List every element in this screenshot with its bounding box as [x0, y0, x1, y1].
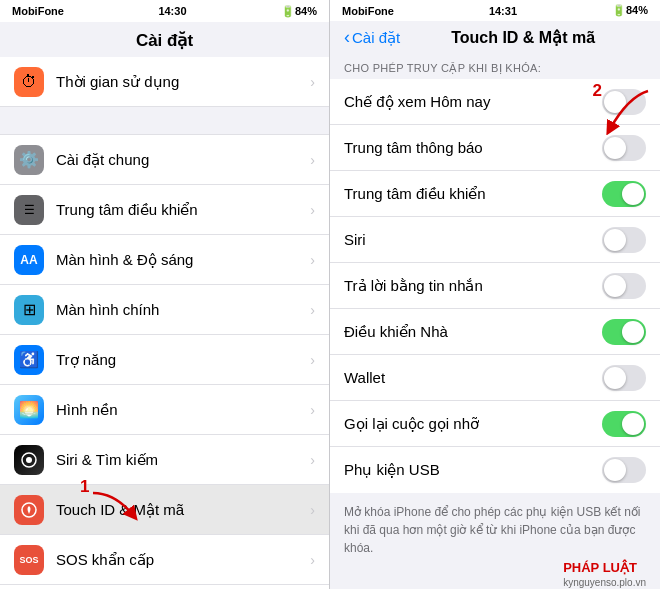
brand-sub: kynguyenso.plo.vn — [563, 575, 646, 589]
home-label: Điều khiển Nhà — [344, 323, 602, 341]
right-item-reply[interactable]: Trả lời bằng tin nhắn — [330, 263, 660, 309]
reply-label: Trả lời bằng tin nhắn — [344, 277, 602, 295]
recall-label: Gọi lại cuộc gọi nhỡ — [344, 415, 602, 433]
back-button[interactable]: ‹ Cài đặt — [344, 27, 400, 48]
toggle-knob — [604, 367, 626, 389]
reply-toggle[interactable] — [602, 273, 646, 299]
general-icon: ⚙️ — [14, 145, 44, 175]
sidebar-item-touchid[interactable]: Touch ID & Mật mã › 1 — [0, 485, 329, 535]
sidebar-item-exposure[interactable]: 📡 Thông báo tiếp xúc › — [0, 585, 329, 589]
control-toggle[interactable] — [602, 181, 646, 207]
accessibility-icon: ♿ — [14, 345, 44, 375]
right-title: Touch ID & Mật mã — [400, 28, 646, 47]
usb-label: Phụ kiện USB — [344, 461, 602, 479]
recall-toggle[interactable] — [602, 411, 646, 437]
left-list: ⏱ Thời gian sử dụng › ⚙️ Cài đặt chung ›… — [0, 57, 329, 589]
chevron-icon: › — [310, 502, 315, 518]
back-chevron-icon: ‹ — [344, 27, 350, 48]
toggle-knob — [604, 459, 626, 481]
right-item-usb[interactable]: Phụ kiện USB — [330, 447, 660, 493]
right-item-recall[interactable]: Gọi lại cuộc gọi nhỡ — [330, 401, 660, 447]
usb-toggle[interactable] — [602, 457, 646, 483]
home-toggle[interactable] — [602, 319, 646, 345]
control-label: Trung tâm điều khiển — [56, 201, 310, 219]
section-header: CHO PHÉP TRUY CẬP KHI BỊ KHÓA: — [330, 54, 660, 79]
chevron-icon: › — [310, 452, 315, 468]
toggle-knob — [622, 413, 644, 435]
chevron-icon: › — [310, 302, 315, 318]
chevron-icon: › — [310, 402, 315, 418]
sidebar-item-home-screen[interactable]: ⊞ Màn hình chính › — [0, 285, 329, 335]
right-list: Chế độ xem Hôm nay Trung tâm thông báo 2… — [330, 79, 660, 493]
sidebar-item-sos[interactable]: SOS SOS khẩn cấp › — [0, 535, 329, 585]
siri-icon — [14, 445, 44, 475]
toggle-knob — [604, 137, 626, 159]
accessibility-label: Trợ năng — [56, 351, 310, 369]
touchid-icon — [14, 495, 44, 525]
sidebar-item-screen-time[interactable]: ⏱ Thời gian sử dụng › — [0, 57, 329, 107]
right-item-today[interactable]: Chế độ xem Hôm nay — [330, 79, 660, 125]
left-battery: 🔋84% — [281, 5, 317, 18]
right-status-bar: MobiFone 14:31 🔋84% — [330, 0, 660, 21]
left-status-bar: MobiFone 14:30 🔋84% — [0, 0, 329, 22]
home-screen-label: Màn hình chính — [56, 301, 310, 318]
wallet-toggle[interactable] — [602, 365, 646, 391]
right-panel: MobiFone 14:31 🔋84% ‹ Cài đặt Touch ID &… — [330, 0, 660, 589]
right-time: 14:31 — [489, 5, 517, 17]
wallet-label: Wallet — [344, 369, 602, 386]
note-text: Mở khóa iPhone để cho phép các phụ kiện … — [344, 505, 640, 555]
brand-name: PHÁP LUẬT — [563, 561, 646, 575]
sos-label: SOS khẩn cấp — [56, 551, 310, 569]
today-label: Chế độ xem Hôm nay — [344, 93, 602, 111]
right-item-control[interactable]: Trung tâm điều khiển — [330, 171, 660, 217]
left-header: Cài đặt — [0, 22, 329, 57]
right-item-wallet[interactable]: Wallet — [330, 355, 660, 401]
home-screen-icon: ⊞ — [14, 295, 44, 325]
left-time: 14:30 — [158, 5, 186, 17]
sidebar-item-general[interactable]: ⚙️ Cài đặt chung › — [0, 135, 329, 185]
sidebar-item-accessibility[interactable]: ♿ Trợ năng › — [0, 335, 329, 385]
chevron-icon: › — [310, 252, 315, 268]
chevron-icon: › — [310, 74, 315, 90]
note-box: Mở khóa iPhone để cho phép các phụ kiện … — [330, 493, 660, 589]
notif-toggle[interactable] — [602, 135, 646, 161]
sidebar-item-siri[interactable]: Siri & Tìm kiếm › — [0, 435, 329, 485]
toggle-knob — [622, 183, 644, 205]
right-battery: 🔋84% — [612, 4, 648, 17]
siri-label: Siri & Tìm kiếm — [56, 451, 310, 469]
annotation-2: 2 — [593, 81, 602, 101]
toggle-knob — [622, 321, 644, 343]
siri-label: Siri — [344, 231, 602, 248]
right-item-siri[interactable]: Siri — [330, 217, 660, 263]
right-header: ‹ Cài đặt Touch ID & Mật mã — [330, 21, 660, 54]
chevron-icon: › — [310, 352, 315, 368]
svg-point-1 — [26, 457, 32, 463]
toggle-knob — [604, 229, 626, 251]
control-icon: ☰ — [14, 195, 44, 225]
general-label: Cài đặt chung — [56, 151, 310, 169]
control-label: Trung tâm điều khiển — [344, 185, 602, 203]
notif-label: Trung tâm thông báo — [344, 139, 602, 156]
toggle-knob — [604, 275, 626, 297]
wallpaper-label: Hình nền — [56, 401, 310, 419]
list-spacer — [0, 107, 329, 135]
right-item-home[interactable]: Điều khiển Nhà — [330, 309, 660, 355]
siri-toggle[interactable] — [602, 227, 646, 253]
sidebar-item-control[interactable]: ☰ Trung tâm điều khiển › — [0, 185, 329, 235]
sos-icon: SOS — [14, 545, 44, 575]
today-toggle[interactable] — [602, 89, 646, 115]
chevron-icon: › — [310, 152, 315, 168]
annotation-1: 1 — [80, 477, 89, 497]
right-carrier: MobiFone — [342, 5, 394, 17]
wallpaper-icon: 🌅 — [14, 395, 44, 425]
display-label: Màn hình & Độ sáng — [56, 251, 310, 269]
left-panel: MobiFone 14:30 🔋84% Cài đặt ⏱ Thời gian … — [0, 0, 330, 589]
sidebar-item-display[interactable]: AA Màn hình & Độ sáng › — [0, 235, 329, 285]
touchid-label: Touch ID & Mật mã — [56, 501, 310, 519]
left-carrier: MobiFone — [12, 5, 64, 17]
toggle-knob — [604, 91, 626, 113]
screen-time-label: Thời gian sử dụng — [56, 73, 310, 91]
screen-time-icon: ⏱ — [14, 67, 44, 97]
right-item-notif[interactable]: Trung tâm thông báo 2 — [330, 125, 660, 171]
sidebar-item-wallpaper[interactable]: 🌅 Hình nền › — [0, 385, 329, 435]
